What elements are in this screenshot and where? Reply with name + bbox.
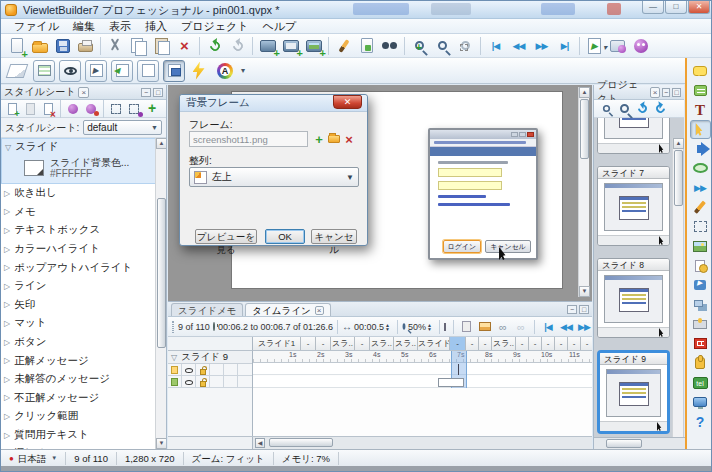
cursor-tool-icon[interactable] — [690, 120, 711, 140]
panel-close-icon[interactable]: × — [78, 87, 89, 98]
panel-float-icon[interactable]: □ — [153, 88, 163, 97]
timeline-slide-cell-2[interactable]: - — [316, 337, 331, 351]
open-frame-icon[interactable] — [327, 132, 341, 146]
keystroke-tool-icon[interactable] — [690, 315, 711, 335]
arrow-tool-icon[interactable]: ▶▶ — [690, 178, 711, 198]
timeline-slide-cell-14[interactable]: - — [542, 337, 555, 351]
stylesheet-item-0[interactable]: ▷吹き出し — [1, 184, 166, 203]
capture-image-icon[interactable] — [280, 35, 301, 56]
zoom-stepper[interactable]: ▲▼ — [427, 323, 432, 331]
collapse-open-icon[interactable]: ▽ — [5, 143, 11, 152]
panel-float-icon[interactable]: □ — [579, 305, 589, 314]
collapse-closed-icon[interactable]: ▷ — [4, 263, 10, 272]
timeline-track-row[interactable] — [253, 376, 592, 388]
capture-screen-icon[interactable] — [257, 35, 278, 56]
paste-icon[interactable] — [151, 35, 172, 56]
slide-thumbnail-8[interactable]: スライド 8 — [597, 258, 670, 338]
slide-thumbnail[interactable] — [597, 118, 670, 154]
stylesheet-item-3[interactable]: ▷カラーハイライト — [1, 240, 166, 259]
timeline-slide-cell-17[interactable]: - — [581, 337, 592, 351]
collapse-closed-icon[interactable]: ▷ — [4, 393, 10, 402]
scrollbar-thumb[interactable] — [157, 198, 166, 348]
zoom-actual-icon[interactable] — [432, 35, 453, 56]
collapse-open-icon[interactable]: ▽ — [171, 353, 177, 362]
frame-length-stepper[interactable]: ▲▼ — [385, 323, 390, 331]
save-icon[interactable] — [52, 35, 73, 56]
new-style-icon[interactable] — [4, 101, 20, 116]
stylesheet-item-13[interactable]: ▷質問用テキスト — [1, 426, 166, 445]
collapse-closed-icon[interactable]: ▷ — [4, 375, 10, 384]
go-previous-icon[interactable]: ◀◀ — [558, 319, 574, 334]
tab-slide-notes[interactable]: スライドメモ — [171, 303, 243, 316]
panel-minimize-icon[interactable]: − — [141, 88, 151, 97]
pencil-tool-icon[interactable] — [690, 198, 711, 218]
purple-style-icon[interactable] — [65, 101, 81, 116]
tel-tool-icon[interactable]: tel — [690, 373, 711, 393]
timeline-slide-cell-15[interactable]: - — [555, 337, 568, 351]
open-project-icon[interactable] — [29, 35, 50, 56]
find-icon[interactable] — [379, 35, 400, 56]
timeline-slide-cell-0[interactable]: スライド1 — [253, 337, 301, 351]
gesture-tool-icon[interactable] — [690, 354, 711, 374]
print-icon[interactable] — [75, 35, 96, 56]
record-window-icon[interactable] — [607, 35, 628, 56]
timeline-slide-cell-12[interactable]: - — [516, 337, 529, 351]
timeline-slide-cell-11[interactable]: スラ.. — [492, 337, 516, 351]
collapse-closed-icon[interactable]: ▷ — [4, 226, 10, 235]
grid-tool-icon[interactable] — [690, 334, 711, 354]
scroll-up-icon[interactable]: ▲ — [673, 138, 684, 149]
help-tool-icon[interactable]: ? — [690, 412, 711, 432]
timeline-hscrollbar[interactable]: ◀ — [253, 437, 592, 449]
slide-thumbnail-7[interactable]: スライド 7 — [597, 166, 670, 246]
timeline-slide-cell-16[interactable]: - — [568, 337, 581, 351]
menu-item-2[interactable]: 表示 — [102, 19, 138, 34]
stylesheet-item-6[interactable]: ▷矢印 — [1, 296, 166, 315]
lock-icon[interactable] — [196, 376, 210, 388]
tree-group-slide[interactable]: ▽ スライド スライド背景色... #FFFFFF — [1, 138, 166, 184]
scroll-down-icon[interactable]: ▼ — [579, 286, 590, 297]
export-document-icon[interactable] — [356, 35, 377, 56]
stylesheet-item-9[interactable]: ▷正解メッセージ — [1, 351, 166, 370]
delete-icon[interactable]: × — [174, 35, 195, 56]
stylesheet-item-5[interactable]: ▷ライン — [1, 277, 166, 296]
go-first-icon[interactable]: |◀ — [540, 319, 556, 334]
collapse-closed-icon[interactable]: ▷ — [4, 319, 10, 328]
go-previous-icon[interactable]: ◀◀ — [508, 35, 529, 56]
marquee-add-icon[interactable] — [126, 101, 142, 116]
insert-image-icon[interactable] — [477, 319, 493, 334]
screen-tool-icon[interactable] — [690, 393, 711, 413]
collapse-closed-icon[interactable]: ▷ — [4, 189, 10, 198]
timeline-slide-cell-9[interactable]: - — [466, 337, 479, 351]
stylesheet-item-12[interactable]: ▷クリック範囲 — [1, 407, 166, 426]
timeline-slide-cell-3[interactable]: スラ.. — [331, 337, 355, 351]
collapse-closed-icon[interactable]: ▷ — [4, 245, 10, 254]
note-tool-icon[interactable] — [690, 81, 711, 101]
export-tool-icon[interactable] — [690, 276, 711, 296]
panel-close-icon[interactable]: × — [650, 87, 659, 98]
collapse-closed-icon[interactable]: ▷ — [4, 338, 10, 347]
chevron-down-icon[interactable]: ▾ — [241, 66, 245, 75]
menu-item-4[interactable]: プロジェクト — [174, 19, 256, 34]
attach-icon[interactable] — [459, 319, 475, 334]
go-next-icon[interactable]: ▶▶ — [531, 35, 552, 56]
viewlet-avatar-icon[interactable] — [630, 35, 651, 56]
slide-thumbnail-9[interactable]: スライド 9 — [597, 350, 670, 434]
panel-float-icon[interactable]: □ — [672, 88, 681, 97]
zoom-small-icon[interactable] — [598, 101, 614, 116]
panel-minimize-icon[interactable]: − — [567, 305, 577, 314]
link-icon[interactable]: ∞ — [495, 319, 511, 334]
zoom-large-icon[interactable] — [616, 101, 632, 116]
delete-style-icon[interactable] — [40, 101, 56, 116]
preview-eye-icon[interactable] — [59, 60, 81, 82]
visibility-eye-icon[interactable] — [182, 376, 196, 388]
quick-action-icon[interactable] — [188, 60, 209, 81]
copy-icon[interactable] — [128, 35, 149, 56]
play-preview-icon[interactable] — [584, 35, 605, 56]
clickzone-tool-icon[interactable] — [690, 217, 711, 237]
panel-minimize-icon[interactable]: − — [662, 88, 671, 97]
add-style-icon[interactable]: + — [144, 101, 160, 116]
audio-tool-icon[interactable] — [690, 139, 711, 159]
add-frame-icon[interactable]: + — [312, 132, 326, 146]
page-peel-icon[interactable] — [4, 60, 30, 81]
color-styles-icon[interactable] — [211, 60, 239, 81]
